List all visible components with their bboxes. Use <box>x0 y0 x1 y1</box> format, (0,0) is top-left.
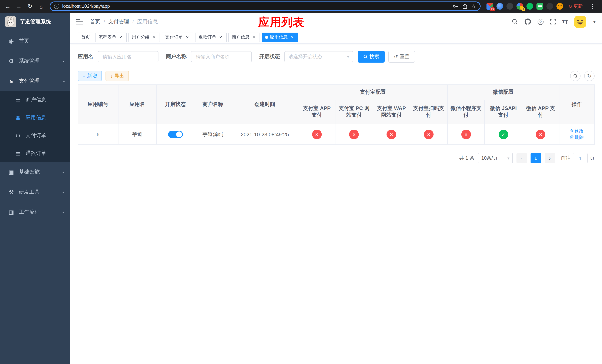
breadcrumb-payment[interactable]: 支付管理 <box>108 18 129 25</box>
sidebar-item-refund-order[interactable]: ▤ 退款订单 <box>0 144 70 162</box>
tab-merchant-info[interactable]: 商户信息 × <box>228 32 260 42</box>
share-icon[interactable] <box>462 3 468 9</box>
status-switch[interactable] <box>168 130 183 138</box>
table-row: 6 芋道 芋道源码 2021-10-23 08:49:25 × × × × × <box>78 124 594 145</box>
col-status: 开启状态 <box>156 85 194 124</box>
bookmark-star-icon[interactable]: ☆ <box>471 3 476 9</box>
sidebar-item-pay-order[interactable]: ⊙ 支付订单 <box>0 127 70 144</box>
goto-suffix: 页 <box>590 155 595 161</box>
ext-icon-green[interactable] <box>526 3 533 10</box>
current-page-button[interactable]: 1 <box>531 153 541 163</box>
prev-page-button[interactable]: ‹ <box>516 153 527 163</box>
next-page-button[interactable]: › <box>545 153 555 163</box>
chevron-up-icon: › <box>61 80 66 82</box>
payment-submenu: ▭ 商户信息 ▦ 应用信息 ⊙ 支付订单 ▤ 退款订单 <box>0 91 70 162</box>
search-icon <box>573 74 578 78</box>
export-button[interactable]: ↓ 导出 <box>105 71 129 81</box>
sidebar-item-system[interactable]: ⚙ 系统管理 › <box>0 51 70 71</box>
app-name-label: 应用名 <box>78 53 93 60</box>
refund-icon: ▤ <box>15 150 21 157</box>
avatar-caret-down-icon[interactable]: ▼ <box>592 20 596 24</box>
tab-close-icon[interactable]: × <box>251 35 257 40</box>
info-icon[interactable]: i <box>54 4 59 9</box>
sidebar: 芋道管理系统 ◉ 首页 ⚙ 系统管理 › ¥ 支付管理 › ▭ 商户信息 <box>0 13 70 364</box>
infra-icon: ▣ <box>8 169 14 175</box>
user-avatar[interactable] <box>574 16 586 28</box>
tools-icon: ⚒ <box>8 189 14 195</box>
delete-link[interactable]: 删除 <box>570 134 584 140</box>
col-alipay-wap: 支付宝 WAP 网站支付 <box>373 100 410 124</box>
trash-icon <box>570 135 574 139</box>
sidebar-item-infra[interactable]: ▣ 基础设施 › <box>0 162 70 182</box>
search-button[interactable]: 搜索 <box>358 51 385 63</box>
tab-process-form[interactable]: 流程表单 × <box>95 32 127 42</box>
fullscreen-icon[interactable] <box>550 19 556 25</box>
main-content: 应用列表 首页 / 支付管理 / 应用信息 <box>70 13 602 364</box>
home-icon[interactable]: ⌂ <box>36 1 46 11</box>
sidebar-collapse-icon[interactable] <box>76 18 84 26</box>
app-title: 芋道管理系统 <box>20 19 51 25</box>
toggle-search-button[interactable] <box>570 71 580 81</box>
sidebar-item-home[interactable]: ◉ 首页 <box>0 31 70 51</box>
chevron-down-icon: › <box>61 192 66 193</box>
tab-close-icon[interactable]: × <box>118 35 123 40</box>
order-icon: ⊙ <box>15 132 21 139</box>
sidebar-item-merchant-info[interactable]: ▭ 商户信息 <box>0 91 70 109</box>
select-caret-down-icon: ▾ <box>347 54 349 59</box>
search-icon[interactable] <box>512 19 518 25</box>
sidebar-item-payment[interactable]: ¥ 支付管理 › <box>0 71 70 91</box>
wx-jsapi-status-icon: ✓ <box>498 129 508 139</box>
tab-user-group[interactable]: 用户分组 × <box>129 32 160 42</box>
refresh-button[interactable]: ↻ <box>584 71 595 81</box>
reload-icon[interactable]: ↻ <box>25 1 35 11</box>
reset-icon: ↺ <box>394 54 398 59</box>
ext-icon-dark[interactable] <box>506 3 513 10</box>
tab-close-icon[interactable]: × <box>185 35 190 40</box>
browser-menu-icon[interactable]: ⋮ <box>588 3 597 10</box>
sidebar-item-dev-tools[interactable]: ⚒ 研发工具 › <box>0 182 70 202</box>
page-size-select[interactable]: 10条/页 ▾ <box>478 153 513 163</box>
col-alipay-app: 支付宝 APP 支付 <box>298 100 335 124</box>
ext-icon-face[interactable] <box>556 3 563 10</box>
add-button[interactable]: + 新增 <box>78 71 102 81</box>
app-name-input[interactable] <box>98 51 159 62</box>
merchant-name-input[interactable] <box>191 51 252 62</box>
status-select[interactable]: 请选择开启状态 ▾ <box>284 51 353 62</box>
sidebar-item-app-info[interactable]: ▦ 应用信息 <box>0 109 70 127</box>
goto-page-input[interactable] <box>573 153 588 163</box>
back-icon[interactable]: ← <box>3 1 13 11</box>
sidebar-item-workflow[interactable]: ▥ 工作流程 › <box>0 202 70 222</box>
col-group-alipay: 支付宝配置 <box>298 85 447 100</box>
edit-link[interactable]: ✎修改 <box>570 128 583 134</box>
browser-chrome: ← → ↻ ⌂ i localhost:1024/pay/app ☆ <box>0 0 602 13</box>
breadcrumb-home[interactable]: 首页 <box>90 18 100 25</box>
github-icon[interactable] <box>524 18 531 25</box>
workflow-icon: ▥ <box>8 209 14 215</box>
ext-icon-blue[interactable] <box>496 3 503 10</box>
col-merchant: 商户名称 <box>194 85 231 124</box>
breadcrumb-separator: / <box>104 19 105 24</box>
extension-area: 10 1 ↻ 更新 ⋮ <box>484 3 599 10</box>
font-size-icon[interactable]: TT <box>562 19 568 25</box>
forward-icon[interactable]: → <box>14 1 24 11</box>
cell-created: 2021-10-23 08:49:25 <box>231 124 298 145</box>
grid-icon: ▦ <box>15 114 21 121</box>
tab-close-icon[interactable]: × <box>290 35 295 40</box>
card-icon: ▭ <box>15 97 21 103</box>
password-key-icon[interactable] <box>452 3 458 9</box>
profile-avatar-icon[interactable]: 1 <box>516 3 523 10</box>
browser-update-button[interactable]: ↻ 更新 <box>566 3 585 10</box>
url-bar[interactable]: i localhost:1024/pay/app ☆ <box>50 1 480 11</box>
tab-close-icon[interactable]: × <box>218 35 223 40</box>
ext-icon-note[interactable] <box>536 3 543 10</box>
ext-icon-pinwheel[interactable] <box>546 3 553 10</box>
tab-close-icon[interactable]: × <box>151 35 157 40</box>
reset-button[interactable]: ↺ 重置 <box>388 51 415 63</box>
tab-home[interactable]: 首页 <box>78 32 93 42</box>
extensions-grid-icon[interactable]: 10 <box>486 3 493 10</box>
tab-app-info[interactable]: 应用信息 × <box>262 32 298 42</box>
cell-app-id: 6 <box>78 124 118 145</box>
tab-pay-order[interactable]: 支付订单 × <box>162 32 193 42</box>
tab-refund-order[interactable]: 退款订单 × <box>195 32 226 42</box>
help-icon[interactable]: ? <box>538 19 544 25</box>
